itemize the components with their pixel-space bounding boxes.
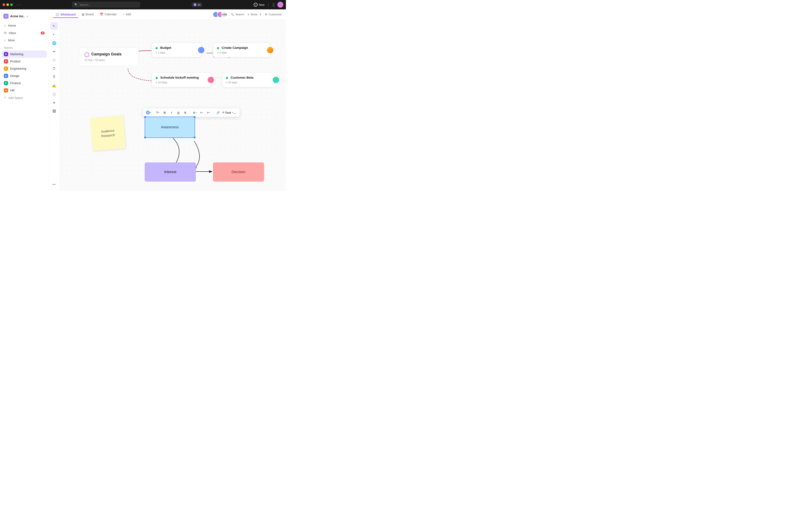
forward-arrow[interactable]: › — [20, 3, 21, 6]
tab-add-label: Add — [126, 13, 131, 16]
wb-tool-draw[interactable]: ✍ — [50, 82, 58, 90]
canvas-area: Campaign Goals 23 Sep • 55 tasks Budget — [60, 20, 286, 191]
add-tab-icon: + — [123, 13, 124, 16]
format-toolbar: ▾ T ▾ B I U — [143, 108, 240, 117]
space-label-product: Product — [10, 60, 20, 63]
sidebar-item-design[interactable]: D Design — [2, 72, 47, 79]
space-label-marketing: Marketing — [10, 53, 23, 56]
sidebar-item-product[interactable]: P Product — [2, 58, 47, 65]
more-icon: ... — [233, 111, 236, 114]
budget-title: Budget — [160, 46, 171, 50]
search-button[interactable]: 🔍 Search — [231, 13, 244, 16]
wb-tool-globe[interactable]: 🌐 — [50, 39, 58, 47]
plus-icon: + — [4, 95, 6, 100]
show-icon: ≡ — [248, 13, 249, 16]
workspace-logo: ✦ — [3, 14, 8, 19]
cursor-icon: ↖ — [53, 24, 55, 28]
refresh-icon: ↻ — [222, 111, 224, 114]
toolbar-right: +108 🔍 Search ≡ Show · 5 ⚙ Customize — [213, 12, 282, 18]
show-label: Show · 5 — [251, 13, 261, 16]
color-dot — [146, 111, 150, 114]
tab-board[interactable]: ▦ Board — [79, 11, 96, 18]
ai-badge[interactable]: AI — [192, 2, 202, 7]
decision-node[interactable]: Decision — [213, 163, 264, 182]
handle-tr[interactable] — [194, 116, 196, 118]
create-campaign-duration: 4 days — [219, 51, 227, 54]
wb-tool-text[interactable]: T — [50, 73, 58, 81]
wb-tool-more[interactable]: ••• — [50, 181, 58, 188]
sidebar-label-home: Home — [8, 24, 16, 27]
calendar-tab-icon: 📅 — [99, 13, 103, 16]
campaign-goals-title: Campaign Goals — [91, 52, 122, 56]
inbox-badge: 9 — [41, 32, 44, 35]
text-style-button[interactable]: T ▾ — [155, 110, 161, 115]
workspace-header[interactable]: ✦ Acme Inc. ∨ — [2, 12, 47, 20]
wb-tool-sparkle[interactable]: ✦ — [50, 99, 58, 107]
color-picker-button[interactable]: ▾ — [145, 110, 151, 115]
campaign-goals-node[interactable]: Campaign Goals 23 Sep • 55 tasks — [79, 47, 139, 66]
task-button[interactable]: ↻ Task ▾ — [225, 110, 231, 115]
back-arrow[interactable]: ‹ — [17, 3, 18, 6]
tab-whiteboard[interactable]: ⬜ Whiteboard — [53, 11, 78, 18]
handle-tl[interactable] — [144, 116, 146, 118]
sidebar-item-engineering[interactable]: E Engineering — [2, 65, 47, 72]
minimize-button[interactable] — [6, 3, 9, 6]
sidebar-item-hr[interactable]: H HR — [2, 87, 47, 94]
sidebar-label-more: More — [8, 39, 15, 42]
wb-tool-select[interactable]: ↖ — [50, 22, 58, 30]
strikethrough-button[interactable]: S — [182, 110, 188, 115]
grid-icon[interactable]: ⣿ — [272, 3, 275, 7]
budget-node[interactable]: Budget ≡ 2 days — [151, 43, 202, 57]
wb-tool-pen[interactable]: ✏ — [50, 48, 58, 55]
list-button[interactable]: ≡ ▾ — [205, 110, 212, 115]
awareness-node[interactable]: Awareness — [145, 117, 195, 138]
wb-tool-shape[interactable]: □ — [50, 56, 58, 64]
tab-calendar[interactable]: 📅 Calendar — [97, 11, 119, 18]
link-button[interactable]: 🔗 — [215, 110, 221, 115]
budget-status-icon — [156, 47, 158, 49]
wb-tool-image[interactable]: 🖼 — [50, 108, 58, 115]
user-avatar[interactable] — [277, 2, 283, 8]
bold-label: B — [164, 111, 166, 114]
handle-bl[interactable] — [144, 137, 146, 138]
more-options-button[interactable]: ... — [232, 110, 237, 115]
tab-add[interactable]: + Add — [120, 11, 133, 18]
close-button[interactable] — [3, 3, 5, 6]
global-search-bar[interactable]: 🔍 Search... — [72, 2, 140, 8]
topbar: ‹ › 🔍 Search... AI + New | ⣿ — [0, 0, 286, 10]
sidebar-item-marketing[interactable]: D Marketing — [2, 51, 47, 58]
wb-tool-sticky[interactable]: 🗒 — [50, 65, 58, 73]
new-button[interactable]: + New — [254, 3, 265, 6]
add-space-button[interactable]: + Add Space — [2, 94, 47, 101]
show-button[interactable]: ≡ Show · 5 — [248, 13, 261, 16]
font-size-button[interactable]: A ▾ — [192, 110, 198, 115]
create-campaign-node[interactable]: Create Campaign ≡ 4 days — [213, 43, 271, 57]
schedule-kickoff-node[interactable]: Schedule kickoff meeting ≡ 10 Days — [151, 73, 211, 87]
wb-tool-network[interactable]: ⬡ — [50, 90, 58, 98]
customer-beta-meta: ≡ 20 days — [226, 81, 272, 84]
align-button[interactable]: ≡ ▾ — [199, 110, 205, 115]
divider-2 — [190, 110, 190, 115]
italic-button[interactable]: I — [168, 110, 175, 115]
maximize-button[interactable] — [10, 3, 13, 6]
underline-button[interactable]: U — [175, 110, 181, 115]
space-dot-design: D — [4, 74, 8, 78]
audience-research-text: AudienceResearch — [101, 128, 115, 138]
audience-research-sticky[interactable]: AudienceResearch — [90, 115, 126, 151]
sidebar-item-finance[interactable]: F Finance — [2, 79, 47, 87]
customize-button[interactable]: ⚙ Customize — [265, 13, 282, 16]
whiteboard-canvas[interactable]: ↖ ✦ + 🌐 ✏ □ 🗒 T — [49, 20, 286, 191]
customer-beta-status-icon — [226, 77, 228, 79]
customer-beta-node[interactable]: Customer Beta ≡ 20 days › — [222, 73, 276, 87]
bold-button[interactable]: B — [162, 110, 168, 115]
app: ✦ Acme Inc. ∨ ⌂ Home ✉ Inbox 9 ○ More Sp… — [0, 10, 286, 191]
interest-node[interactable]: Interest — [145, 163, 196, 182]
sidebar-item-inbox[interactable]: ✉ Inbox 9 — [2, 30, 47, 36]
handle-br[interactable] — [194, 137, 196, 138]
create-campaign-status-icon — [217, 47, 219, 49]
sidebar-item-more[interactable]: ○ More — [2, 37, 47, 44]
sidebar-item-home[interactable]: ⌂ Home — [2, 22, 47, 29]
goals-status-icon — [85, 53, 89, 57]
wb-tool-magic[interactable]: ✦ + — [50, 31, 58, 38]
globe-icon: 🌐 — [52, 41, 56, 45]
